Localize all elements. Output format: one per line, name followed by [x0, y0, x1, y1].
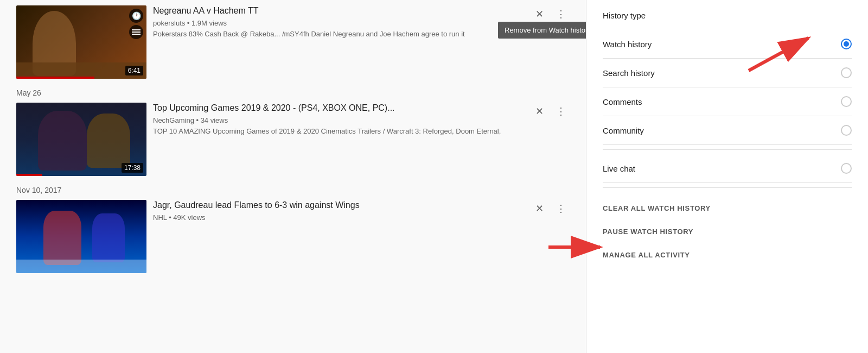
video-actions-hockey: ✕ ⋮	[531, 200, 570, 217]
thumbnail-hockey[interactable]	[16, 200, 146, 273]
history-option-comments[interactable]: Comments	[603, 87, 852, 116]
watch-history-radio[interactable]	[841, 39, 852, 49]
more-icon: ⋮	[556, 105, 566, 117]
video-title[interactable]: Negreanu AA v Hachem TT	[153, 5, 563, 17]
clock-icon: 🕐	[129, 9, 143, 23]
right-panel: History type Watch history Search histor…	[586, 0, 868, 353]
video-title-games[interactable]: Top Upcoming Games 2019 & 2020 - (PS4, X…	[153, 103, 563, 114]
close-icon: ✕	[535, 203, 544, 215]
manage-activity-link[interactable]: MANAGE ALL ACTIVITY	[603, 243, 852, 267]
date-label-nov10: Nov 10, 2017	[16, 186, 570, 194]
video-item-hockey: ✕ ⋮ Jagr, Gaudreau lead Flames to 6-3 wi…	[16, 200, 570, 273]
search-history-radio[interactable]	[841, 67, 852, 78]
divider	[603, 149, 852, 150]
close-button-hockey[interactable]: ✕	[531, 200, 548, 217]
community-label: Community	[603, 126, 644, 135]
close-icon: ✕	[535, 105, 544, 117]
history-option-community[interactable]: Community	[603, 116, 852, 145]
history-option-watch[interactable]: Watch history	[603, 30, 852, 59]
more-icon: ⋮	[556, 203, 566, 215]
video-info-hockey: ✕ ⋮ Jagr, Gaudreau lead Flames to 6-3 wi…	[146, 200, 570, 224]
divider-2	[603, 187, 852, 188]
thumbnail-poker[interactable]: 🕐 6:41	[16, 5, 146, 79]
remove-tooltip: Remove from Watch history	[498, 22, 586, 39]
close-button-games[interactable]: ✕	[531, 103, 548, 120]
progress-bar	[16, 77, 94, 79]
progress-bar-games	[16, 174, 42, 176]
main-content: 🕐 6:41 ✕ Remove from Watch history ⋮ Neg…	[0, 0, 586, 353]
video-actions: ✕ Remove from Watch history ⋮	[531, 5, 570, 23]
comments-label: Comments	[603, 97, 642, 106]
video-channel-hockey: NHL • 49K views	[153, 213, 563, 222]
livechat-label: Live chat	[603, 164, 635, 173]
more-button-hockey[interactable]: ⋮	[552, 200, 570, 217]
action-links: CLEAR ALL WATCH HISTORY PAUSE WATCH HIST…	[603, 197, 852, 267]
video-actions-games: ✕ ⋮	[531, 103, 570, 120]
history-option-search[interactable]: Search history	[603, 59, 852, 87]
watch-history-label: Watch history	[603, 40, 652, 49]
history-type-title: History type	[603, 11, 852, 20]
pause-history-link[interactable]: PAUSE WATCH HISTORY	[603, 220, 852, 243]
duration-badge: 6:41	[125, 66, 143, 75]
more-icon: ⋮	[556, 8, 566, 20]
duration-badge-games: 17:38	[122, 163, 143, 173]
video-title-hockey[interactable]: Jagr, Gaudreau lead Flames to 6-3 win ag…	[153, 200, 563, 211]
clear-history-link[interactable]: CLEAR ALL WATCH HISTORY	[603, 197, 852, 220]
comments-radio[interactable]	[841, 96, 852, 107]
video-info-poker: ✕ Remove from Watch history ⋮ Negreanu A…	[146, 5, 570, 39]
search-history-label: Search history	[603, 68, 655, 78]
video-info-games: ✕ ⋮ Top Upcoming Games 2019 & 2020 - (PS…	[146, 103, 570, 136]
close-button[interactable]: ✕ Remove from Watch history	[531, 5, 548, 23]
video-description-games: TOP 10 AMAZING Upcoming Games of 2019 & …	[153, 127, 563, 136]
video-item-poker: 🕐 6:41 ✕ Remove from Watch history ⋮ Neg…	[16, 5, 570, 79]
lines-icon	[129, 25, 143, 39]
community-radio[interactable]	[841, 125, 852, 136]
history-option-livechat[interactable]: Live chat	[603, 154, 852, 183]
video-item-games: 17:38 ✕ ⋮ Top Upcoming Games 2019 & 2020…	[16, 103, 570, 176]
livechat-radio[interactable]	[841, 163, 852, 174]
more-button[interactable]: ⋮	[552, 5, 570, 23]
close-icon: ✕	[535, 8, 544, 20]
more-button-games[interactable]: ⋮	[552, 103, 570, 120]
thumbnail-games[interactable]: 17:38	[16, 103, 146, 176]
date-label-may26: May 26	[16, 89, 570, 97]
video-channel-games: NechGaming • 34 views	[153, 116, 563, 124]
